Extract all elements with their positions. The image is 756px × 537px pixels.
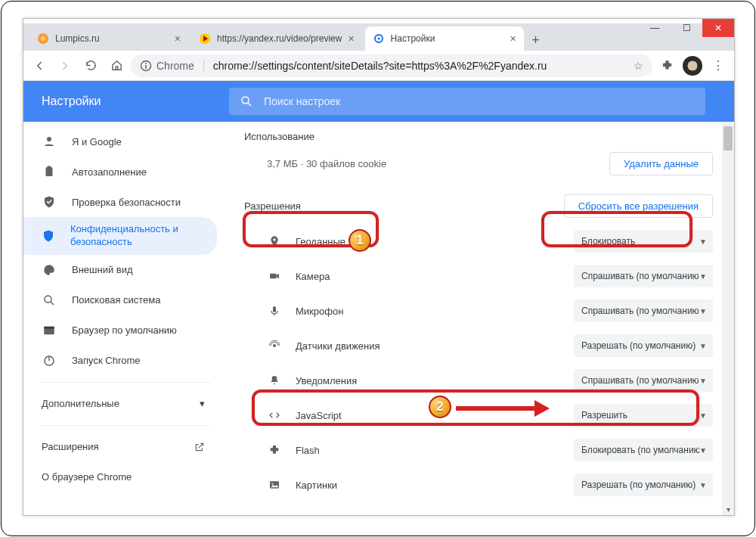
chevron-down-icon: ▾ xyxy=(200,398,205,409)
sidebar-label: Автозаполнение xyxy=(72,166,147,178)
sidebar-label: Дополнительные xyxy=(42,398,119,409)
perm-dropdown-flash[interactable]: Блокировать (по умолчанию)▼ xyxy=(574,439,713,461)
forward-button[interactable] xyxy=(54,54,76,77)
palette-icon xyxy=(42,262,57,278)
reset-permissions-button[interactable]: Сбросить все разрешения xyxy=(564,194,713,218)
settings-search[interactable] xyxy=(229,88,705,115)
sidebar-item-appearance[interactable]: Внешний вид xyxy=(23,255,217,285)
settings-search-input[interactable] xyxy=(264,95,695,107)
perm-row-images: Картинки Разрешать (по умолчанию)▼ xyxy=(238,467,713,502)
sidebar-item-default-browser[interactable]: Браузер по умолчанию xyxy=(23,315,217,346)
location-icon xyxy=(267,234,282,249)
sidebar-extensions[interactable]: Расширения xyxy=(23,432,228,462)
svg-rect-13 xyxy=(48,166,51,169)
sidebar-advanced[interactable]: Дополнительные ▾ xyxy=(23,389,228,419)
new-tab-button[interactable]: + xyxy=(525,29,547,51)
sidebar-item-autofill[interactable]: Автозаполнение xyxy=(23,157,217,187)
perm-dropdown-sensors[interactable]: Разрешать (по умолчанию)▼ xyxy=(574,334,713,357)
svg-rect-12 xyxy=(46,167,53,176)
sensor-icon xyxy=(267,338,282,353)
plugin-icon xyxy=(267,442,282,458)
sidebar-label: О браузере Chrome xyxy=(42,471,132,483)
camera-icon xyxy=(267,268,282,284)
site-info-icon[interactable] xyxy=(140,60,152,72)
home-button[interactable] xyxy=(105,54,128,77)
back-button[interactable] xyxy=(28,54,51,77)
svg-line-15 xyxy=(51,302,54,305)
tab-lumpics[interactable]: Lumpics.ru × xyxy=(29,26,188,51)
perm-name: Уведомления xyxy=(296,375,574,386)
settings-sidebar: Я и Google Автозаполнение Проверка безоп… xyxy=(23,122,228,515)
settings-header-title: Настройки xyxy=(42,95,229,108)
perm-dropdown-mic[interactable]: Спрашивать (по умолчанию)▼ xyxy=(574,300,713,322)
settings-main: Использование 3,7 МБ · 30 файлов cookie … xyxy=(228,122,734,515)
search-icon xyxy=(42,293,57,308)
perm-dropdown-camera[interactable]: Спрашивать (по умолчанию)▼ xyxy=(574,265,713,287)
sidebar-item-startup[interactable]: Запуск Chrome xyxy=(23,346,217,376)
profile-avatar[interactable] xyxy=(681,54,704,77)
maximize-button[interactable]: ☐ xyxy=(671,19,702,37)
perm-name: Датчики движения xyxy=(296,340,574,352)
address-bar[interactable]: Chrome chrome://settings/content/siteDet… xyxy=(131,54,652,77)
scrollbar[interactable]: ▴ ▾ xyxy=(722,122,734,515)
settings-favicon-icon xyxy=(373,33,385,45)
perm-name: Flash xyxy=(296,445,574,456)
perm-dropdown-location[interactable]: Блокировать▼ xyxy=(574,230,713,253)
omnibox-divider xyxy=(203,60,204,72)
chevron-down-icon: ▼ xyxy=(699,481,707,489)
search-icon xyxy=(240,95,253,108)
menu-button[interactable]: ⋮ xyxy=(707,54,730,77)
chevron-down-icon: ▼ xyxy=(699,446,707,455)
browser-toolbar: Chrome chrome://settings/content/siteDet… xyxy=(23,51,734,81)
perm-dropdown-javascript[interactable]: Разрешить▼ xyxy=(574,404,713,427)
perm-dropdown-images[interactable]: Разрешать (по умолчанию)▼ xyxy=(574,473,713,496)
sidebar-label: Расширения xyxy=(42,441,99,452)
chevron-down-icon: ▼ xyxy=(699,272,707,281)
sidebar-label: Внешний вид xyxy=(72,264,133,275)
perm-row-flash: Flash Блокировать (по умолчанию)▼ xyxy=(238,433,713,467)
tab-strip: Lumpics.ru × https://yandex.ru/video/pre… xyxy=(23,23,734,51)
annotation-badge-1: 1 xyxy=(349,229,371,252)
tab-settings[interactable]: Настройки × xyxy=(365,26,524,51)
extensions-button[interactable] xyxy=(655,54,678,77)
sidebar-about[interactable]: О браузере Chrome xyxy=(23,462,228,492)
svg-point-8 xyxy=(145,62,147,64)
close-tab-icon[interactable]: × xyxy=(169,33,181,45)
close-tab-icon[interactable]: × xyxy=(503,33,516,45)
svg-point-25 xyxy=(271,483,273,485)
sidebar-label: Поисковая система xyxy=(72,294,161,306)
perm-dropdown-notifications[interactable]: Спрашивать (по умолчанию)▼ xyxy=(574,369,713,392)
sidebar-label: Запуск Chrome xyxy=(72,355,141,366)
settings-header: Настройки xyxy=(23,81,734,122)
minimize-button[interactable]: — xyxy=(639,19,671,37)
sidebar-item-safety[interactable]: Проверка безопасности xyxy=(23,187,217,217)
annotation-badge-2: 2 xyxy=(429,396,451,418)
svg-point-11 xyxy=(47,137,51,141)
sidebar-label: Проверка безопасности xyxy=(72,197,181,208)
tab-label: Настройки xyxy=(391,33,504,44)
scroll-down-icon[interactable]: ▾ xyxy=(722,503,734,515)
scrollbar-thumb[interactable] xyxy=(723,126,733,151)
close-window-button[interactable]: ✕ xyxy=(702,19,734,37)
tab-yandex[interactable]: https://yandex.ru/video/preview × xyxy=(191,26,362,51)
browser-icon xyxy=(42,323,57,338)
sidebar-label: Я и Google xyxy=(72,136,122,147)
svg-point-20 xyxy=(273,238,275,241)
bookmark-star-icon[interactable]: ☆ xyxy=(634,60,643,72)
close-tab-icon[interactable]: × xyxy=(342,33,354,45)
tab-label: Lumpics.ru xyxy=(55,33,169,44)
svg-point-9 xyxy=(242,97,249,104)
sidebar-item-account[interactable]: Я и Google xyxy=(23,126,217,157)
perm-name: Геоданные xyxy=(296,236,574,247)
perm-row-notifications: Уведомления Спрашивать (по умолчанию)▼ xyxy=(238,363,713,398)
svg-point-14 xyxy=(45,296,51,303)
reload-button[interactable] xyxy=(79,54,102,77)
chevron-down-icon: ▼ xyxy=(699,377,707,385)
sidebar-label: Конфиденциальность и безопасность xyxy=(70,223,217,249)
shield-check-icon xyxy=(42,194,57,210)
lumpics-favicon-icon xyxy=(37,33,49,45)
sidebar-item-search[interactable]: Поисковая система xyxy=(23,285,217,315)
sidebar-item-privacy[interactable]: Конфиденциальность и безопасность xyxy=(23,217,217,255)
chevron-down-icon: ▼ xyxy=(699,342,707,350)
delete-data-button[interactable]: Удалить данные xyxy=(609,152,713,175)
